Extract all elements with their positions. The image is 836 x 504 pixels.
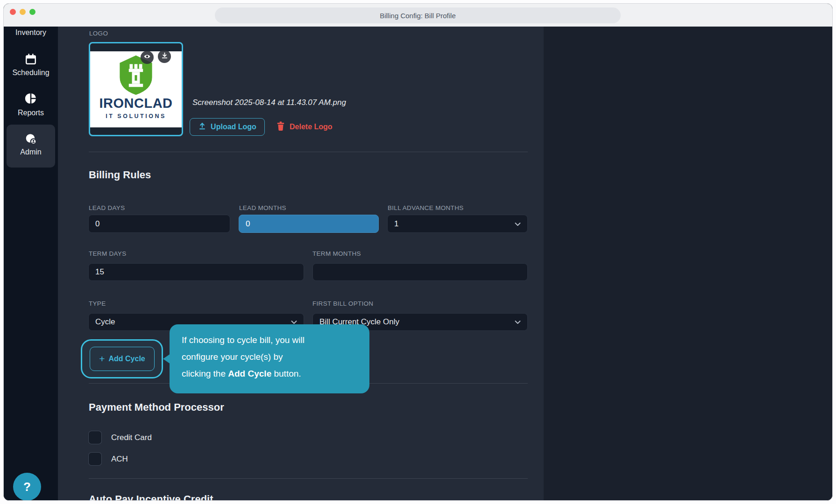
delete-logo-button[interactable]: Delete Logo bbox=[276, 118, 333, 136]
preview-logo-button[interactable] bbox=[141, 51, 154, 64]
tooltip-line: If choosing to cycle bill, you will bbox=[182, 332, 357, 349]
add-cycle-tooltip: If choosing to cycle bill, you will conf… bbox=[170, 324, 369, 393]
eye-icon bbox=[143, 53, 151, 62]
traffic-lights bbox=[10, 9, 35, 15]
billing-rules-heading: Billing Rules bbox=[89, 169, 151, 181]
logo-letterbox-bottom bbox=[90, 127, 182, 135]
lead-months-input[interactable] bbox=[239, 215, 379, 233]
logo-filename: Screenshot 2025-08-14 at 11.43.07 AM.png bbox=[192, 98, 346, 107]
ach-label: ACH bbox=[111, 455, 128, 464]
delete-logo-label: Delete Logo bbox=[290, 123, 333, 131]
bill-advance-months-label: BILL ADVANCE MONTHS bbox=[388, 204, 464, 211]
autopay-heading: Auto Pay Incentive Credit bbox=[89, 493, 213, 501]
minimize-window-button[interactable] bbox=[20, 9, 26, 15]
help-button[interactable]: ? bbox=[13, 473, 41, 501]
sidebar-item-reports[interactable]: Reports bbox=[4, 109, 58, 117]
screenshot-root: Billing Config: Bill Profile Inventory bbox=[0, 0, 836, 504]
calendar-icon bbox=[25, 53, 37, 67]
term-days-input[interactable] bbox=[88, 263, 304, 281]
plus-icon: + bbox=[99, 354, 105, 364]
first-bill-option-label: FIRST BILL OPTION bbox=[312, 300, 373, 307]
logo-field-label: LOGO bbox=[89, 30, 108, 37]
sidebar-item-label: Reports bbox=[4, 109, 58, 117]
payment-method-heading: Payment Method Processor bbox=[89, 401, 224, 413]
add-cycle-label: Add Cycle bbox=[109, 355, 145, 363]
upload-logo-button[interactable]: Upload Logo bbox=[190, 118, 265, 136]
upload-icon bbox=[198, 122, 206, 132]
right-background-panel bbox=[544, 27, 832, 501]
help-button-label: ? bbox=[23, 480, 31, 494]
lead-days-input[interactable] bbox=[88, 215, 230, 233]
window-title-pill: Billing Config: Bill Profile bbox=[215, 7, 621, 23]
type-label: TYPE bbox=[89, 300, 106, 307]
window-title: Billing Config: Bill Profile bbox=[380, 12, 456, 20]
term-days-label: TERM DAYS bbox=[89, 250, 126, 257]
tooltip-arrow-icon bbox=[163, 354, 170, 364]
sidebar-item-inventory[interactable]: Inventory bbox=[4, 28, 58, 37]
sidebar-item-label: Scheduling bbox=[4, 69, 58, 77]
download-icon bbox=[161, 52, 168, 61]
close-window-button[interactable] bbox=[10, 9, 16, 15]
titlebar: Billing Config: Bill Profile bbox=[4, 4, 832, 27]
sidebar-item-label: Admin bbox=[4, 148, 58, 156]
trash-icon bbox=[276, 121, 285, 133]
pie-chart-icon bbox=[25, 92, 37, 106]
zoom-window-button[interactable] bbox=[29, 9, 35, 15]
lead-days-label: LEAD DAYS bbox=[89, 204, 125, 211]
add-cycle-button[interactable]: + Add Cycle bbox=[90, 347, 155, 371]
credit-card-checkbox[interactable] bbox=[88, 431, 102, 444]
sidebar-item-label: Inventory bbox=[4, 28, 58, 37]
bill-advance-months-value: 1 bbox=[394, 219, 515, 229]
sidebar-item-admin-label: Admin bbox=[4, 148, 58, 156]
bill-profile-form: LOGO bbox=[58, 27, 544, 501]
brand-name: IRONCLAD bbox=[90, 96, 182, 111]
section-divider bbox=[89, 478, 528, 479]
chevron-down-icon bbox=[515, 317, 521, 327]
logo-preview: IRONCLAD IT SOLUTIONS bbox=[89, 42, 183, 136]
lead-months-label: LEAD MONTHS bbox=[239, 204, 286, 211]
chevron-down-icon bbox=[515, 219, 521, 229]
sidebar: Inventory Scheduling bbox=[4, 27, 58, 501]
tooltip-line: clicking the Add Cycle button. bbox=[182, 365, 357, 382]
app-window: Billing Config: Bill Profile Inventory bbox=[3, 3, 833, 501]
credit-card-label: Credit Card bbox=[111, 433, 152, 442]
tooltip-line: configure your cycle(s) by bbox=[182, 349, 357, 365]
sidebar-item-scheduling[interactable]: Scheduling bbox=[4, 69, 58, 77]
bill-advance-months-select[interactable]: 1 bbox=[387, 215, 528, 233]
section-divider bbox=[89, 152, 528, 152]
download-logo-button[interactable] bbox=[158, 50, 171, 63]
logo-letterbox-top bbox=[90, 43, 182, 51]
ach-checkbox[interactable] bbox=[88, 452, 102, 466]
brand-tagline: IT SOLUTIONS bbox=[90, 113, 182, 119]
upload-logo-label: Upload Logo bbox=[211, 123, 256, 131]
admin-user-icon bbox=[25, 133, 37, 147]
term-months-label: TERM MONTHS bbox=[312, 250, 361, 257]
term-months-input[interactable] bbox=[312, 263, 528, 281]
